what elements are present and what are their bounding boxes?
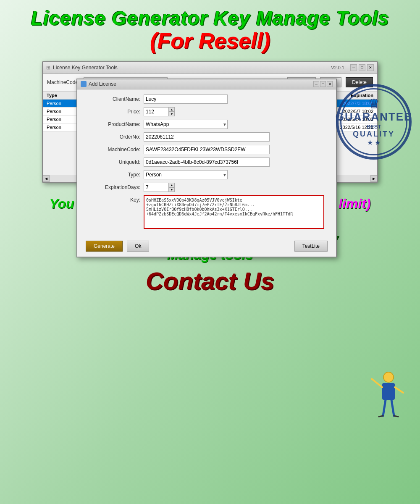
- stamp-best-text: BEST: [367, 123, 381, 130]
- machine-code-field-input[interactable]: [144, 145, 270, 154]
- unique-id-row: UniqueId:: [86, 158, 328, 167]
- stamp-quality-text: QUALITY: [353, 130, 395, 139]
- svg-line-7: [394, 416, 398, 417]
- app-window: ⊞ License Key Generator Tools V2.0.1 ─ □…: [42, 61, 378, 183]
- price-down-btn[interactable]: ▼: [169, 112, 175, 116]
- dialog-minimize[interactable]: ─: [313, 81, 319, 87]
- page-title-main: License Generator Key Manage Tools: [8, 8, 412, 29]
- machine-code-label: MachineCode:: [47, 79, 79, 85]
- svg-rect-1: [382, 383, 395, 400]
- machine-code-row: MachineCode:: [86, 145, 328, 154]
- product-name-row: ProductName: WhatsApp ▼: [86, 120, 328, 129]
- type-label: Type:: [86, 172, 140, 178]
- type-select[interactable]: Person: [144, 170, 228, 179]
- scroll-left-btn[interactable]: ◀: [43, 175, 50, 182]
- expiration-days-row: ExpirationDays: ▲ ▼: [86, 183, 328, 192]
- type-row: Type: Person ▼: [86, 170, 328, 179]
- contact-us-text: Contact Us: [13, 266, 407, 296]
- scroll-right-btn[interactable]: ▶: [370, 175, 377, 182]
- business-figure: [370, 370, 407, 437]
- dialog-controls[interactable]: ─ □ ✕: [313, 81, 333, 87]
- price-spinner-btns[interactable]: ▲ ▼: [169, 107, 175, 116]
- stamp-stars: ★ ★: [367, 139, 381, 147]
- expiration-up-btn[interactable]: ▲: [169, 183, 175, 187]
- close-button[interactable]: ✕: [367, 64, 374, 71]
- key-row: Key: 0sHHZEaS5xxVOQp43KD8qAz05VJV0vcjWSI…: [86, 195, 328, 229]
- expiration-down-btn[interactable]: ▼: [169, 187, 175, 192]
- stamp-crown-icon: ♛: [368, 97, 380, 110]
- svg-line-4: [383, 400, 386, 416]
- client-name-row: ClientName:: [86, 94, 328, 104]
- price-row: Price: ▲ ▼: [86, 107, 328, 116]
- dialog-title: Add License: [81, 81, 116, 87]
- order-no-row: OrderNo:: [86, 132, 328, 142]
- app-title-text: License Key Generator Tools: [53, 65, 118, 71]
- window-controls[interactable]: ─ □ ✕: [350, 64, 374, 71]
- testlite-button[interactable]: TestLite: [294, 241, 328, 252]
- product-name-label: ProductName:: [86, 121, 140, 127]
- stamp-circle: ♛ GUARANTEE BEST QUALITY ★ ★: [336, 84, 412, 160]
- guarantee-stamp: ♛ GUARANTEE BEST QUALITY ★ ★: [336, 84, 412, 160]
- minimize-button[interactable]: ─: [350, 64, 357, 71]
- dialog-form: ClientName: Price: ▲ ▼ Pro: [77, 89, 336, 237]
- dialog-buttons-row: Generate Ok TestLite: [77, 237, 336, 257]
- product-name-select-container: WhatsApp ▼: [144, 120, 228, 129]
- app-title-bar: ⊞ License Key Generator Tools V2.0.1 ─ □…: [43, 62, 377, 74]
- type-select-container: Person ▼: [144, 170, 228, 179]
- svg-line-5: [391, 400, 394, 416]
- app-icon: ⊞: [46, 65, 50, 71]
- price-up-btn[interactable]: ▲: [169, 107, 175, 112]
- svg-line-2: [372, 379, 382, 387]
- svg-line-6: [379, 416, 383, 417]
- restore-button[interactable]: □: [359, 64, 365, 71]
- add-license-dialog: Add License ─ □ ✕ ClientName: Price:: [76, 79, 337, 257]
- product-name-select[interactable]: WhatsApp: [144, 120, 228, 129]
- expiration-spinner: ▲ ▼: [144, 183, 175, 192]
- svg-line-3: [395, 387, 403, 393]
- order-no-label: OrderNo:: [86, 134, 140, 140]
- svg-point-0: [383, 372, 394, 382]
- page-title-sub: (For Resell): [8, 29, 412, 53]
- price-label: Price:: [86, 109, 140, 115]
- price-input[interactable]: [144, 107, 169, 116]
- client-name-input[interactable]: [144, 94, 228, 104]
- expiration-days-input[interactable]: [144, 183, 169, 192]
- app-version: V2.0.1: [331, 65, 344, 70]
- stamp-guarantee-text: GUARANTEE: [336, 110, 412, 123]
- page-header: License Generator Key Manage Tools (For …: [0, 0, 420, 57]
- ok-button[interactable]: Ok: [127, 241, 149, 252]
- client-name-label: ClientName:: [86, 96, 140, 102]
- key-textarea[interactable]: 0sHHZEaS5xxVOQp43KD8qAz05VJV0vcjWSIkte +…: [144, 195, 324, 229]
- dialog-restore[interactable]: □: [320, 81, 326, 87]
- dialog-icon: [81, 81, 87, 87]
- dialog-close[interactable]: ✕: [327, 81, 333, 87]
- generate-button[interactable]: Generate: [86, 241, 123, 252]
- business-figure-svg: [370, 370, 407, 437]
- app-main: Type C Expiration Person 2022/7/3 18:02 …: [43, 91, 377, 175]
- expiration-spinner-btns[interactable]: ▲ ▼: [169, 183, 175, 192]
- dialog-title-bar: Add License ─ □ ✕: [77, 79, 336, 89]
- machine-code-field-label: MachineCode:: [86, 147, 140, 152]
- unique-id-input[interactable]: [144, 158, 270, 167]
- title-bar-left: ⊞ License Key Generator Tools: [46, 65, 118, 71]
- unique-id-label: UniqueId:: [86, 159, 140, 165]
- expiration-days-label: ExpirationDays:: [86, 184, 140, 190]
- key-label: Key:: [86, 197, 140, 203]
- price-spinner: ▲ ▼: [144, 107, 175, 116]
- order-no-input[interactable]: [144, 132, 270, 142]
